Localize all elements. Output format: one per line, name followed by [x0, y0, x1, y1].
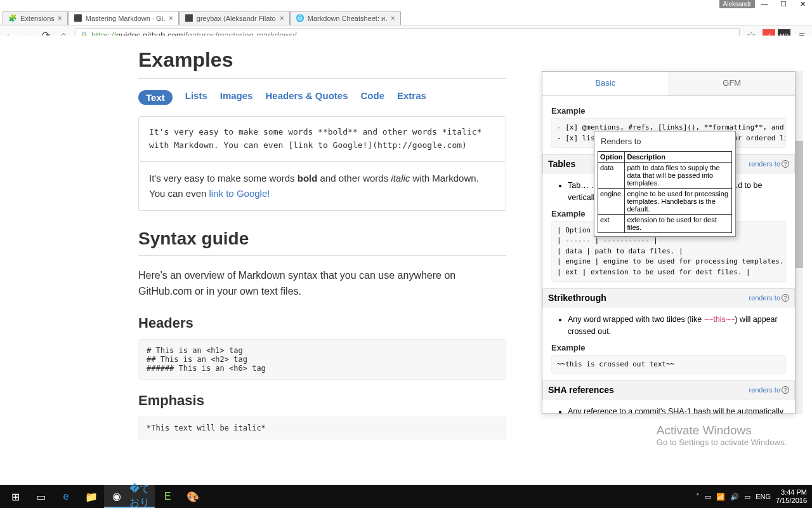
notifications-icon[interactable]: ▭ — [744, 493, 750, 501]
browser-tab-strip: 🧩 Extensions × ⬛ Mastering Markdown · Gi… — [0, 10, 812, 25]
puzzle-icon: 🧩 — [8, 14, 17, 23]
markdown-source: It's very easy to make some words **bold… — [138, 116, 506, 162]
wifi-icon[interactable]: 📶 — [716, 493, 725, 501]
chrome-icon: 🌐 — [296, 14, 304, 23]
close-icon[interactable]: × — [169, 14, 173, 23]
github-icon: ⬛ — [185, 14, 193, 23]
code-headers: # This is an <h1> tag ## This is an <h2>… — [138, 339, 506, 380]
heading-headers: Headers — [138, 315, 506, 331]
language-indicator[interactable]: ENG — [756, 493, 771, 500]
heading-syntax-guide: Syntax guide — [138, 229, 506, 249]
renders-to-link[interactable]: renders to ? — [749, 294, 789, 302]
markdown-render: It's very easy to make some words bold a… — [138, 162, 506, 211]
syntax-overview: Here's an overview of Markdown syntax th… — [138, 267, 506, 300]
task-view-icon[interactable]: ▭ — [28, 485, 53, 508]
tab-title: Mastering Markdown · Gi… — [86, 15, 166, 22]
close-icon[interactable]: × — [280, 14, 284, 23]
tab-text[interactable]: Text — [138, 90, 173, 105]
tab-title: greybax (Aleksandr Filato… — [197, 15, 277, 22]
tab-headers-quotes[interactable]: Headers & Quotes — [265, 90, 348, 105]
browser-tab-active[interactable]: ⬛ Mastering Markdown · Gi… × — [68, 11, 179, 25]
window-minimize[interactable]: — — [755, 0, 774, 10]
panel-scrollbar-thumb[interactable] — [796, 141, 803, 268]
paint-icon[interactable]: 🎨 — [180, 485, 206, 508]
heading-examples: Examples — [138, 48, 506, 72]
page-viewport: Examples Text Lists Images Headers & Quo… — [0, 36, 812, 485]
browser-tab[interactable]: 🌐 Markdown Cheatsheet: и… × — [290, 11, 401, 25]
chrome-icon[interactable]: ◉ — [104, 485, 129, 508]
panel-tab-gfm[interactable]: GFM — [669, 72, 796, 95]
heading-emphasis: Emphasis — [138, 392, 506, 409]
code-emphasis: *This text will be italic* — [138, 417, 506, 439]
sha-description: Any reference to a commit's SHA-1 hash w… — [568, 406, 786, 414]
tab-title: Markdown Cheatsheet: и… — [308, 15, 388, 22]
section-strikethrough: Strikethrough renders to ? — [542, 288, 795, 307]
explorer-icon[interactable]: 📁 — [79, 485, 104, 508]
divider — [138, 255, 506, 256]
popover-title: Renders to — [594, 131, 735, 151]
window-maximize[interactable]: ☐ — [774, 0, 793, 10]
strikethrough-description: Any word wrapped with two tildes (like ~… — [568, 314, 786, 338]
tray-chevron-icon[interactable]: ˄ — [696, 493, 700, 501]
label-example: Example — [551, 343, 786, 352]
code-strikethrough: ~~this is crossed out text~~ — [551, 355, 786, 375]
taskbar-clock[interactable]: 3:44 PM 7/15/2016 — [776, 488, 807, 505]
activate-windows-watermark: Activate Windows Go to Settings to activ… — [657, 424, 787, 447]
link-to-google[interactable]: link to Google! — [209, 188, 270, 199]
windows-taskbar: ⊞ ▭ e 📁 ◉ �ており E 🎨 ˄ ▭ 📶 🔊 ▭ ENG 3:44 PM… — [0, 485, 812, 508]
panel-tab-basic[interactable]: Basic — [542, 72, 669, 95]
section-sha: SHA references renders to ? — [542, 380, 795, 399]
edge-icon[interactable]: e — [53, 485, 79, 508]
help-icon: ? — [782, 160, 789, 168]
vscode-icon[interactable]: �ており — [129, 485, 155, 508]
tab-extras[interactable]: Extras — [397, 90, 426, 105]
tab-code[interactable]: Code — [361, 90, 385, 105]
close-icon[interactable]: × — [58, 14, 62, 23]
volume-icon[interactable]: 🔊 — [730, 493, 739, 501]
renders-to-link[interactable]: renders to ? — [749, 386, 789, 394]
account-badge: Aleksandr — [719, 0, 755, 8]
renders-to-link[interactable]: renders to ? — [749, 160, 789, 168]
browser-tab[interactable]: 🧩 Extensions × — [3, 11, 68, 25]
example-tabs: Text Lists Images Headers & Quotes Code … — [138, 90, 506, 105]
browser-tab[interactable]: ⬛ greybax (Aleksandr Filato… × — [179, 11, 290, 25]
tab-title: Extensions — [20, 15, 55, 22]
window-titlebar: Aleksandr — ☐ ✕ — [0, 0, 812, 10]
battery-icon[interactable]: ▭ — [705, 493, 711, 501]
label-example: Example — [551, 106, 786, 116]
markdown-cheatsheet-panel: Basic GFM Example - [x] @mentions, #refs… — [542, 71, 796, 414]
popover-table: OptionDescription datapath to data files… — [598, 151, 732, 233]
app-icon[interactable]: E — [155, 485, 180, 508]
close-icon[interactable]: × — [391, 14, 395, 23]
github-icon: ⬛ — [74, 14, 82, 23]
tab-lists[interactable]: Lists — [185, 90, 207, 105]
renders-to-popover: Renders to OptionDescription datapath to… — [594, 131, 736, 237]
divider — [138, 78, 506, 79]
help-icon: ? — [782, 294, 789, 302]
help-icon: ? — [782, 386, 789, 394]
window-close[interactable]: ✕ — [793, 0, 812, 10]
tab-images[interactable]: Images — [220, 90, 253, 105]
start-button[interactable]: ⊞ — [3, 485, 28, 508]
